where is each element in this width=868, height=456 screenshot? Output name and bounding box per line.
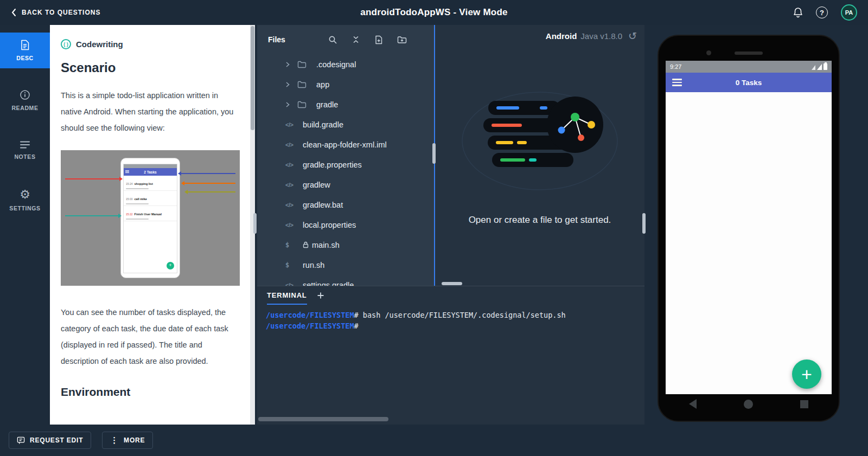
file-tree-item[interactable]: </> gradlew.bat — [257, 195, 434, 215]
file-name: build.gradle — [303, 120, 343, 129]
file-tree-folder[interactable]: app — [257, 74, 434, 94]
annotation-arrow — [65, 215, 118, 216]
resize-handle[interactable] — [442, 282, 462, 285]
file-tree-item[interactable]: </> local.properties — [257, 215, 434, 235]
files-title: Files — [268, 35, 285, 44]
emulator-panel: 9:27 0 Tasks + — [644, 25, 868, 425]
shell-file-icon: $ — [285, 261, 297, 269]
code-file-icon: </> — [285, 142, 297, 148]
add-task-fab[interactable]: + — [792, 359, 821, 389]
add-terminal-icon[interactable] — [317, 292, 324, 299]
file-name: run.sh — [303, 261, 324, 269]
file-tree-item[interactable]: </> settings.gradle — [257, 275, 434, 286]
codewriting-icon: ( ) — [61, 39, 71, 49]
status-time: 9:27 — [670, 63, 681, 70]
runtime-name: Android — [546, 31, 577, 41]
menu-icon[interactable] — [672, 79, 682, 86]
task-list-area[interactable]: + — [666, 92, 832, 394]
battery-icon — [824, 63, 827, 70]
chevron-right-icon — [285, 81, 290, 88]
sidebar-item-settings[interactable]: ⚙ SETTINGS — [0, 182, 50, 218]
terminal-hscrollbar[interactable] — [258, 417, 643, 421]
file-name: main.sh — [312, 241, 340, 249]
code-file-icon: </> — [285, 121, 297, 128]
file-tree: .codesignal app gradle </> build.gradle … — [257, 54, 434, 286]
code-file-icon: </> — [285, 182, 297, 188]
mini-menu-icon — [125, 170, 129, 174]
sidebar-item-notes[interactable]: NOTES — [0, 132, 50, 168]
wifi-icon — [812, 65, 815, 70]
new-folder-icon[interactable] — [397, 36, 407, 44]
task-type-row: ( ) Codewriting — [61, 39, 234, 49]
resize-handle[interactable] — [642, 213, 646, 234]
android-navbar — [666, 394, 832, 414]
emulator-screen[interactable]: 9:27 0 Tasks + — [666, 61, 832, 394]
file-tree-item[interactable]: $ run.sh — [257, 255, 434, 275]
annotation-arrow — [184, 183, 235, 184]
annotation-arrow — [181, 173, 235, 174]
scrollbar-thumb[interactable] — [251, 26, 254, 130]
avatar[interactable]: PA — [841, 4, 857, 21]
gear-icon: ⚙ — [20, 189, 30, 201]
file-tree-item[interactable]: </> build.gradle — [257, 114, 434, 134]
sidebar-item-readme[interactable]: README — [0, 82, 50, 118]
collapse-all-icon[interactable] — [352, 35, 360, 44]
file-name: gradlew — [303, 181, 330, 189]
file-name: gradle — [316, 100, 338, 109]
code-file-icon: </> — [285, 282, 297, 286]
request-edit-button[interactable]: REQUEST EDIT — [9, 432, 91, 449]
left-sidebar: DESC README NOTES ⚙ SETTINGS — [0, 25, 50, 425]
emulator-appbar: 0 Tasks — [666, 73, 832, 92]
mini-task-row: 15:00call mike — [124, 191, 177, 206]
empty-state-illustration — [458, 86, 621, 194]
file-name: local.properties — [303, 221, 356, 229]
file-tree-item[interactable]: </> clean-app-folder-xml.iml — [257, 134, 434, 155]
reset-environment-icon[interactable]: ↺ — [628, 31, 637, 41]
terminal-tab[interactable]: TERMINAL — [267, 286, 307, 305]
mini-appbar: 2 Tasks — [124, 168, 177, 176]
app-preview-figure: 2 Tasks 15:24shopping list 15:00call mik… — [61, 150, 240, 286]
terminal-output[interactable]: /usercode/FILESYSTEM# bash /usercode/FIL… — [257, 305, 644, 337]
android-back-icon[interactable] — [689, 399, 697, 409]
file-tree-item[interactable]: </> gradle.properties — [257, 155, 434, 175]
search-icon[interactable] — [328, 35, 337, 44]
mini-fab: + — [167, 262, 174, 269]
file-tree-item[interactable]: $ main.sh — [257, 235, 434, 255]
resize-handle[interactable] — [432, 143, 436, 164]
back-to-questions-button[interactable]: BACK TO QUESTIONS — [0, 0, 111, 25]
file-tree-folder[interactable]: .codesignal — [257, 54, 434, 74]
scenario-paragraph: This is a simple todo-list application w… — [61, 87, 234, 136]
android-home-icon[interactable] — [744, 400, 753, 409]
signal-icon — [817, 64, 822, 70]
file-tree-folder[interactable]: gradle — [257, 94, 434, 114]
file-name: app — [316, 80, 329, 89]
more-icon: ⋮ — [110, 435, 119, 445]
terminal-tabs: TERMINAL — [257, 286, 644, 305]
scenario-heading: Scenario — [61, 60, 234, 75]
android-recents-icon[interactable] — [800, 400, 808, 408]
help-icon[interactable]: ? — [816, 7, 828, 18]
bell-icon[interactable] — [793, 7, 803, 18]
scrollbar-thumb[interactable] — [258, 417, 388, 421]
sidebar-item-label: README — [11, 105, 38, 111]
code-file-icon: </> — [285, 222, 297, 228]
file-name: gradlew.bat — [303, 201, 343, 209]
file-tree-item[interactable]: </> gradlew — [257, 175, 434, 195]
tasks-paragraph: You can see the number of tasks displaye… — [61, 304, 234, 369]
description-panel: ( ) Codewriting Scenario This is a simpl… — [50, 25, 255, 425]
files-header: Files — [257, 25, 434, 54]
terminal-line: /usercode/FILESYSTEM# bash /usercode/FIL… — [266, 310, 636, 321]
chevron-right-icon — [285, 101, 290, 108]
environment-heading: Environment — [61, 386, 234, 399]
new-file-icon[interactable] — [374, 35, 383, 44]
more-button[interactable]: ⋮ MORE — [102, 432, 153, 449]
code-file-icon: </> — [285, 202, 297, 208]
resize-handle[interactable] — [253, 213, 257, 234]
chevron-left-icon — [11, 8, 16, 17]
file-name: .codesignal — [316, 60, 356, 69]
sidebar-item-desc[interactable]: DESC — [0, 33, 50, 68]
editor-panel: Android Java v1.8.0 ↺ Open or create a f… — [435, 25, 644, 286]
request-edit-icon — [17, 436, 25, 445]
file-name: settings.gradle — [303, 281, 354, 286]
shell-file-icon: $ — [285, 241, 297, 249]
